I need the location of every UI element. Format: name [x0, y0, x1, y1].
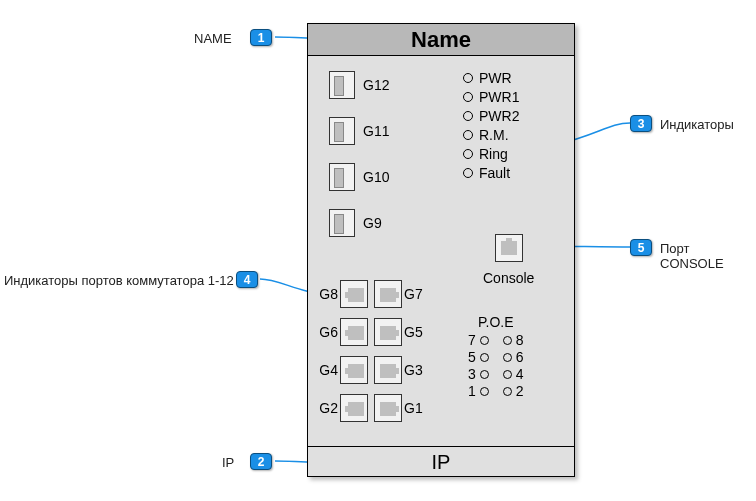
rj45-port-icon — [340, 356, 368, 384]
rj45-port-icon — [374, 356, 402, 384]
callout-1-label: NAME — [194, 31, 232, 46]
led-icon — [503, 387, 512, 396]
poe-num: 7 — [468, 332, 476, 348]
device-panel: Name G12 G11 G10 G9 PWR PWR1 PWR2 R.M. R… — [307, 23, 575, 477]
poe-num: 3 — [468, 366, 476, 382]
sfp-label: G12 — [363, 77, 389, 93]
callout-1-badge: 1 — [250, 29, 272, 46]
callout-5-badge: 5 — [630, 239, 652, 256]
device-ip: IP — [308, 446, 574, 476]
indicator-label: Ring — [479, 146, 508, 162]
sfp-column: G12 G11 G10 G9 — [329, 71, 389, 255]
led-icon — [480, 336, 489, 345]
console-port-icon — [495, 234, 523, 262]
poe-num: 5 — [468, 349, 476, 365]
device-title: Name — [308, 24, 574, 56]
rj45-port-icon — [374, 318, 402, 346]
led-icon — [503, 336, 512, 345]
indicator-label: Fault — [479, 165, 510, 181]
console-label: Console — [483, 270, 534, 286]
poe-num: 4 — [516, 366, 524, 382]
led-icon — [480, 353, 489, 362]
rj45-port-icon — [374, 280, 402, 308]
callout-3-label: Индикаторы — [660, 117, 734, 132]
poe-num: 1 — [468, 383, 476, 399]
rj-label: G4 — [312, 362, 338, 378]
callout-5-label: Порт CONSOLE — [660, 241, 756, 271]
sfp-label: G11 — [363, 123, 389, 139]
led-icon — [463, 149, 473, 159]
callout-2-badge: 2 — [250, 453, 272, 470]
sfp-label: G10 — [363, 169, 389, 185]
rj45-port-icon — [340, 394, 368, 422]
poe-title: P.O.E — [468, 314, 524, 330]
poe-block: P.O.E 78 56 34 12 — [468, 314, 524, 400]
sfp-port-icon — [329, 209, 355, 237]
callout-2-label: IP — [222, 455, 234, 470]
indicator-label: R.M. — [479, 127, 509, 143]
indicator-label: PWR — [479, 70, 512, 86]
poe-num: 2 — [516, 383, 524, 399]
indicators-block: PWR PWR1 PWR2 R.M. Ring Fault — [463, 70, 519, 184]
led-icon — [480, 387, 489, 396]
callout-4-badge: 4 — [236, 271, 258, 288]
led-icon — [463, 168, 473, 178]
rj-label: G5 — [404, 324, 430, 340]
rj-label: G6 — [312, 324, 338, 340]
rj-label: G8 — [312, 286, 338, 302]
rj45-port-icon — [340, 280, 368, 308]
rj45-port-icon — [340, 318, 368, 346]
console-block: Console — [483, 234, 534, 286]
sfp-port-icon — [329, 71, 355, 99]
poe-num: 6 — [516, 349, 524, 365]
led-icon — [463, 73, 473, 83]
led-icon — [463, 111, 473, 121]
callout-4-label: Индикаторы портов коммутатора 1-12 — [4, 273, 234, 288]
poe-num: 8 — [516, 332, 524, 348]
rj-label: G2 — [312, 400, 338, 416]
sfp-port-icon — [329, 163, 355, 191]
sfp-label: G9 — [363, 215, 382, 231]
rj45-port-icon — [374, 394, 402, 422]
callout-3-badge: 3 — [630, 115, 652, 132]
rj-label: G7 — [404, 286, 430, 302]
rj-label: G3 — [404, 362, 430, 378]
led-icon — [463, 130, 473, 140]
led-icon — [503, 353, 512, 362]
indicator-label: PWR1 — [479, 89, 519, 105]
indicator-label: PWR2 — [479, 108, 519, 124]
rj-label: G1 — [404, 400, 430, 416]
led-icon — [480, 370, 489, 379]
led-icon — [463, 92, 473, 102]
sfp-port-icon — [329, 117, 355, 145]
led-icon — [503, 370, 512, 379]
rj45-grid: G8 G7 G6 G5 G4 G3 G2 G1 — [312, 280, 430, 432]
